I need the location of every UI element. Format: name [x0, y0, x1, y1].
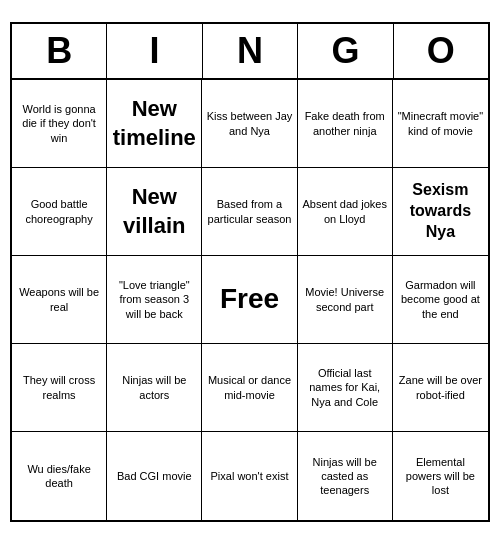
bingo-letter-i: I	[107, 24, 202, 80]
bingo-cell-2[interactable]: Kiss between Jay and Nya	[202, 80, 297, 168]
bingo-cell-17[interactable]: Musical or dance mid-movie	[202, 344, 297, 432]
bingo-letter-b: B	[12, 24, 107, 80]
bingo-cell-5[interactable]: Good battle choreography	[12, 168, 107, 256]
bingo-cell-22[interactable]: Pixal won't exist	[202, 432, 297, 520]
bingo-cell-8[interactable]: Absent dad jokes on Lloyd	[298, 168, 393, 256]
bingo-letter-g: G	[298, 24, 393, 80]
bingo-cell-4[interactable]: "Minecraft movie" kind of movie	[393, 80, 488, 168]
bingo-cell-20[interactable]: Wu dies/fake death	[12, 432, 107, 520]
bingo-cell-15[interactable]: They will cross realms	[12, 344, 107, 432]
bingo-cell-9[interactable]: Sexism towards Nya	[393, 168, 488, 256]
bingo-cell-12[interactable]: Free	[202, 256, 297, 344]
bingo-cell-19[interactable]: Zane will be over robot-ified	[393, 344, 488, 432]
bingo-cell-3[interactable]: Fake death from another ninja	[298, 80, 393, 168]
bingo-cell-0[interactable]: World is gonna die if they don't win	[12, 80, 107, 168]
bingo-letter-o: O	[394, 24, 488, 80]
bingo-cell-6[interactable]: New villain	[107, 168, 202, 256]
bingo-cell-13[interactable]: Movie! Universe second part	[298, 256, 393, 344]
bingo-letter-n: N	[203, 24, 298, 80]
bingo-grid: World is gonna die if they don't winNew …	[12, 80, 488, 520]
bingo-cell-11[interactable]: "Love triangle" from season 3 will be ba…	[107, 256, 202, 344]
bingo-cell-21[interactable]: Bad CGI movie	[107, 432, 202, 520]
bingo-cell-14[interactable]: Garmadon will become good at the end	[393, 256, 488, 344]
bingo-cell-1[interactable]: New timeline	[107, 80, 202, 168]
bingo-cell-16[interactable]: Ninjas will be actors	[107, 344, 202, 432]
bingo-cell-23[interactable]: Ninjas will be casted as teenagers	[298, 432, 393, 520]
bingo-cell-18[interactable]: Official last names for Kai, Nya and Col…	[298, 344, 393, 432]
bingo-cell-24[interactable]: Elemental powers will be lost	[393, 432, 488, 520]
bingo-cell-7[interactable]: Based from a particular season	[202, 168, 297, 256]
bingo-card: BINGO World is gonna die if they don't w…	[10, 22, 490, 522]
bingo-cell-10[interactable]: Weapons will be real	[12, 256, 107, 344]
bingo-header: BINGO	[12, 24, 488, 80]
